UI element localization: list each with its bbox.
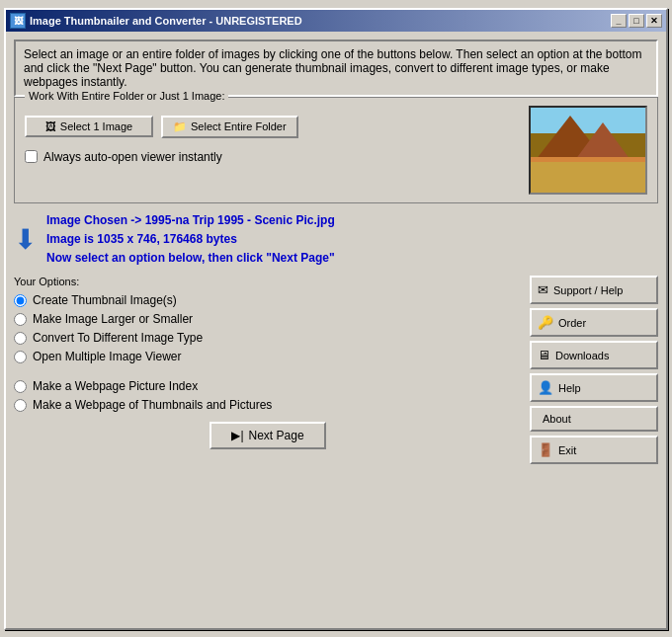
work-section-label: Work With Entire Folder or Just 1 Image:	[25, 90, 228, 102]
support-icon: ✉	[538, 282, 548, 297]
radio-opt6[interactable]	[14, 399, 27, 412]
bottom-row: ▶| Next Page	[14, 422, 522, 449]
thumbnail-preview	[529, 106, 647, 195]
exit-button[interactable]: 🚪 Exit	[530, 436, 658, 464]
titlebar-left: 🖼 Image Thumbnailer and Converter - UNRE…	[10, 13, 302, 29]
next-page-button[interactable]: ▶| Next Page	[210, 422, 325, 449]
minimize-button[interactable]: _	[611, 14, 627, 28]
list-item: Open Multiple Image Viewer	[14, 350, 522, 363]
downloads-icon: 🖥	[538, 348, 550, 362]
auto-open-label: Always auto-open viewer instantly	[43, 150, 222, 164]
titlebar: 🖼 Image Thumbnailer and Converter - UNRE…	[6, 10, 666, 32]
order-icon: 🔑	[538, 315, 553, 330]
exit-icon: 🚪	[538, 442, 553, 457]
about-button[interactable]: About	[530, 406, 658, 432]
maximize-button[interactable]: □	[629, 14, 644, 28]
image-info-text: Image Chosen -> 1995-na Trip 1995 - Scen…	[46, 211, 335, 269]
work-section: Work With Entire Folder or Just 1 Image:…	[14, 97, 658, 203]
auto-open-row: Always auto-open viewer instantly	[25, 150, 519, 164]
main-window: 🖼 Image Thumbnailer and Converter - UNRE…	[4, 8, 668, 630]
options-section: Your Options: Create Thumbnail Image(s) …	[14, 276, 522, 464]
arrow-icon: ⬇	[14, 223, 37, 256]
image-info: ⬇ Image Chosen -> 1995-na Trip 1995 - Sc…	[14, 211, 658, 269]
radio-opt2[interactable]	[14, 313, 27, 326]
order-button[interactable]: 🔑 Order	[530, 308, 658, 337]
next-page-icon: ▶|	[231, 429, 243, 442]
list-item: Convert To Different Image Type	[14, 331, 522, 345]
radio-group: Create Thumbnail Image(s) Make Image Lar…	[14, 293, 522, 412]
info-box: Select an image or an entire folder of i…	[14, 40, 658, 97]
list-item: Make Image Larger or Smaller	[14, 312, 522, 326]
app-icon: 🖼	[10, 13, 26, 29]
radio-opt1[interactable]	[14, 294, 27, 307]
radio-opt3[interactable]	[14, 332, 27, 345]
list-item: Make a Webpage Picture Index	[14, 379, 522, 393]
options-label: Your Options:	[14, 276, 522, 287]
list-item: Make a Webpage of Thumbnails and Picture…	[14, 398, 522, 412]
help-button[interactable]: 👤 Help	[530, 373, 658, 402]
titlebar-buttons: _ □ ✕	[611, 14, 662, 28]
info-text: Select an image or an entire folder of i…	[24, 47, 642, 89]
select-image-icon: 🖼	[45, 120, 56, 132]
select-folder-icon: 📁	[173, 120, 187, 133]
support-help-button[interactable]: ✉ Support / Help	[530, 276, 658, 304]
select-image-button[interactable]: 🖼 Select 1 Image	[25, 116, 153, 137]
content-area: Select an image or an entire folder of i…	[6, 32, 666, 473]
close-button[interactable]: ✕	[646, 14, 662, 28]
window-title: Image Thumbnailer and Converter - UNREGI…	[30, 15, 302, 27]
side-buttons: ✉ Support / Help 🔑 Order 🖥 Downloads 👤 H…	[530, 276, 658, 464]
downloads-button[interactable]: 🖥 Downloads	[530, 341, 658, 369]
help-icon: 👤	[538, 380, 553, 395]
list-item: Create Thumbnail Image(s)	[14, 293, 522, 307]
auto-open-checkbox[interactable]	[25, 150, 38, 163]
radio-opt5[interactable]	[14, 380, 27, 393]
main-row: Your Options: Create Thumbnail Image(s) …	[14, 276, 658, 464]
select-folder-button[interactable]: 📁 Select Entire Folder	[161, 116, 298, 138]
radio-opt4[interactable]	[14, 351, 27, 363]
